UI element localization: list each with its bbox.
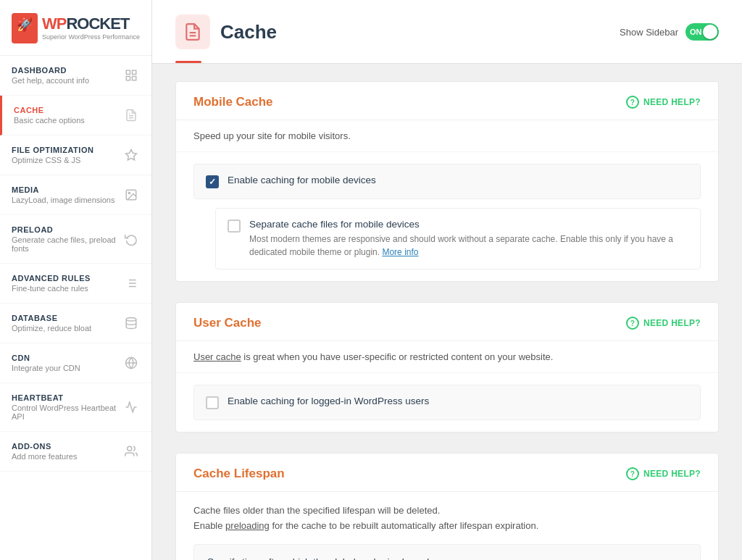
sidebar-item-cache[interactable]: CACHE Basic cache options xyxy=(0,96,151,135)
user-cache-description: User cache is great when you have user-s… xyxy=(176,341,718,373)
heartbeat-icon xyxy=(122,398,140,416)
sidebar-item-preload[interactable]: PRELOAD Generate cache files, preload fo… xyxy=(0,215,151,264)
enable-mobile-label: Enable caching for mobile devices xyxy=(228,175,688,185)
sidebar-item-media-subtitle: LazyLoad, image dimensions xyxy=(12,196,122,204)
sidebar: 🚀 WP ROCKET Superior WordPress Performan… xyxy=(0,0,152,560)
sidebar-item-dashboard[interactable]: DASHBOARD Get help, account info xyxy=(0,56,151,96)
mobile-cache-description: Speed up your site for mobile visitors. xyxy=(176,120,718,152)
enable-mobile-checkbox[interactable] xyxy=(206,175,219,188)
page-title-underline xyxy=(175,61,201,63)
more-info-link[interactable]: More info xyxy=(382,247,418,257)
page-header: Cache Show Sidebar ON xyxy=(152,0,742,64)
show-sidebar-toggle[interactable]: ON xyxy=(685,23,719,41)
mobile-cache-need-help[interactable]: ? NEED HELP? xyxy=(626,96,701,109)
media-icon xyxy=(122,186,140,204)
sidebar-item-heartbeat-title: HEARTBEAT xyxy=(12,393,122,402)
sidebar-nav: DASHBOARD Get help, account info CACHE B… xyxy=(0,56,151,560)
user-cache-section: User Cache ? NEED HELP? User cache is gr… xyxy=(175,302,719,432)
sidebar-item-preload-subtitle: Generate cache files, preload fonts xyxy=(12,235,122,253)
sidebar-item-heartbeat-subtitle: Control WordPress Heartbeat API xyxy=(12,404,122,421)
enable-logged-in-checkbox[interactable] xyxy=(206,396,219,409)
sidebar-item-dashboard-subtitle: Get help, account info xyxy=(12,76,122,85)
sidebar-item-cdn-title: CDN xyxy=(12,354,122,362)
logo-wp: WP xyxy=(42,15,66,33)
lifespan-help-icon: ? xyxy=(626,467,639,480)
cdn-icon xyxy=(122,354,140,372)
mobile-cache-checkbox-row-1: Enable caching for mobile devices xyxy=(193,164,701,199)
addons-icon xyxy=(122,443,140,460)
logo-area: 🚀 WP ROCKET Superior WordPress Performan… xyxy=(0,0,151,56)
separate-cache-desc: Most modern themes are responsive and sh… xyxy=(249,233,688,259)
mobile-cache-body: Enable caching for mobile devices Separa… xyxy=(176,152,718,281)
file-optimization-icon xyxy=(122,146,140,164)
sidebar-item-file-opt-subtitle: Optimize CSS & JS xyxy=(12,156,122,164)
content-area: Mobile Cache ? NEED HELP? Speed up your … xyxy=(152,64,742,560)
cache-lifespan-need-help[interactable]: ? NEED HELP? xyxy=(626,467,701,480)
mobile-cache-section: Mobile Cache ? NEED HELP? Speed up your … xyxy=(175,81,719,282)
cache-icon xyxy=(122,106,140,124)
sidebar-item-cdn[interactable]: CDN Integrate your CDN xyxy=(0,343,151,383)
sidebar-item-db-subtitle: Optimize, reduce bloat xyxy=(12,324,122,333)
sidebar-item-cdn-subtitle: Integrate your CDN xyxy=(12,364,122,372)
toggle-thumb xyxy=(703,25,717,39)
main-content: Cache Show Sidebar ON Mobile Cache ? xyxy=(152,0,742,560)
separate-cache-label: Separate cache files for mobile devices xyxy=(249,219,688,230)
svg-marker-8 xyxy=(126,150,137,160)
page-icon xyxy=(175,14,210,49)
specify-title: Specify time after which the global cach… xyxy=(207,556,687,560)
toggle-on-label: ON xyxy=(690,28,702,36)
user-cache-checkbox-row: Enable caching for logged-in WordPress u… xyxy=(193,385,701,420)
sidebar-item-addons[interactable]: ADD-ONS Add more features xyxy=(0,432,151,472)
show-sidebar-label: Show Sidebar xyxy=(620,27,678,38)
sidebar-item-addons-subtitle: Add more features xyxy=(12,452,122,461)
wp-rocket-logo-icon: 🚀 xyxy=(12,13,38,43)
need-help-label: NEED HELP? xyxy=(643,97,701,107)
preload-icon xyxy=(122,230,140,248)
sidebar-item-media[interactable]: MEDIA LazyLoad, image dimensions xyxy=(0,175,151,215)
sidebar-item-addons-title: ADD-ONS xyxy=(12,442,122,451)
user-cache-help-label: NEED HELP? xyxy=(643,318,701,328)
svg-rect-3 xyxy=(133,70,136,74)
sidebar-item-dashboard-title: DASHBOARD xyxy=(12,66,122,75)
separate-cache-checkbox[interactable] xyxy=(228,220,241,233)
user-cache-title: User Cache xyxy=(193,316,262,330)
logo-rocket: ROCKET xyxy=(66,15,129,33)
sidebar-item-heartbeat[interactable]: HEARTBEAT Control WordPress Heartbeat AP… xyxy=(0,383,151,432)
mobile-cache-title: Mobile Cache xyxy=(193,95,273,109)
sidebar-item-advanced-rules[interactable]: ADVANCED RULES Fine-tune cache rules xyxy=(0,264,151,304)
mobile-cache-checkbox-row-2: Separate cache files for mobile devices … xyxy=(215,208,701,269)
user-cache-link[interactable]: User cache xyxy=(193,351,241,362)
user-cache-body: Enable caching for logged-in WordPress u… xyxy=(176,373,718,432)
preloading-link[interactable]: preloading xyxy=(225,520,270,531)
sidebar-item-preload-title: PRELOAD xyxy=(12,225,122,234)
user-cache-need-help[interactable]: ? NEED HELP? xyxy=(626,317,701,330)
advanced-rules-icon xyxy=(122,275,140,292)
sidebar-item-cache-subtitle: Basic cache options xyxy=(14,116,122,125)
database-icon xyxy=(122,314,140,332)
sidebar-item-adv-subtitle: Fine-tune cache rules xyxy=(12,284,122,293)
need-help-icon: ? xyxy=(626,96,639,109)
svg-text:🚀: 🚀 xyxy=(17,17,33,33)
svg-rect-2 xyxy=(126,70,130,74)
cache-lifespan-section: Cache Lifespan ? NEED HELP? Cache files … xyxy=(175,453,719,560)
dashboard-icon xyxy=(122,67,140,84)
cache-lifespan-title: Cache Lifespan xyxy=(193,467,285,481)
user-cache-help-icon: ? xyxy=(626,317,639,330)
lifespan-desc: Cache files older than the specified lif… xyxy=(193,503,701,534)
svg-point-10 xyxy=(128,192,130,193)
lifespan-body: Cache files older than the specified lif… xyxy=(176,492,718,560)
enable-logged-in-label: Enable caching for logged-in WordPress u… xyxy=(228,396,688,406)
sidebar-item-file-optimization[interactable]: FILE OPTIMIZATION Optimize CSS & JS xyxy=(0,135,151,175)
specify-box: Specify time after which the global cach… xyxy=(193,544,701,560)
sidebar-item-file-opt-title: FILE OPTIMIZATION xyxy=(12,146,122,154)
sidebar-item-adv-title: ADVANCED RULES xyxy=(12,274,122,283)
sidebar-item-db-title: DATABASE xyxy=(12,314,122,322)
sidebar-item-cache-title: CACHE xyxy=(14,106,122,114)
svg-rect-5 xyxy=(133,77,136,80)
svg-point-17 xyxy=(126,318,136,322)
logo-tagline: Superior WordPress Performance xyxy=(42,34,140,41)
sidebar-item-database[interactable]: DATABASE Optimize, reduce bloat xyxy=(0,304,151,343)
svg-point-20 xyxy=(128,446,132,451)
sidebar-item-media-title: MEDIA xyxy=(12,185,122,194)
page-title: Cache xyxy=(220,21,277,43)
